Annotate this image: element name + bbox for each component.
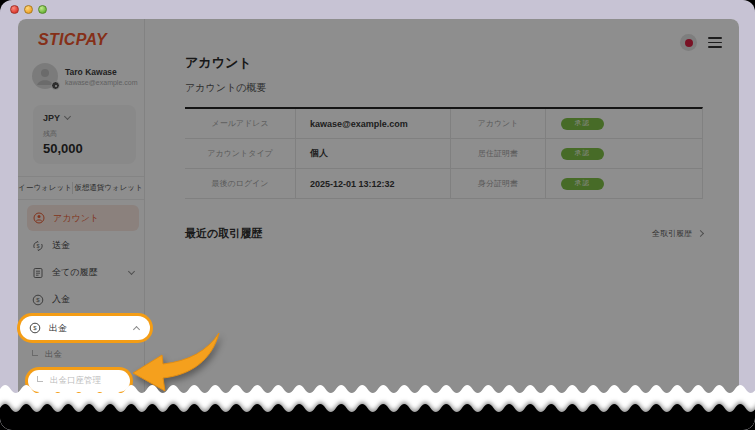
minimize-window-button[interactable]	[24, 5, 33, 14]
close-window-button[interactable]	[10, 5, 19, 14]
withdraw-icon: $	[29, 322, 41, 334]
screenshot-frame: STICPAY Taro Kawase kawase@example.com J…	[0, 0, 755, 430]
zoom-window-button[interactable]	[38, 5, 47, 14]
sidebar-item-label: 出金	[49, 322, 67, 335]
svg-text:$: $	[33, 325, 37, 331]
window-titlebar	[0, 0, 755, 19]
torn-edge-graphic	[0, 380, 755, 430]
